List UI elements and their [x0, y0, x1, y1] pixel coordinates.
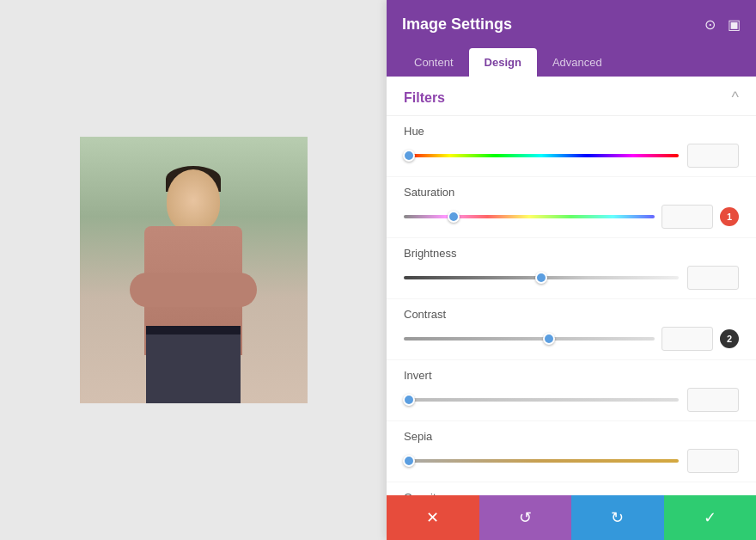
person-head: [167, 169, 220, 231]
filter-row-brightness: Brightness 100%: [387, 238, 756, 299]
reset-icon: ↺: [519, 508, 532, 527]
sepia-value[interactable]: 0%: [687, 449, 739, 473]
saturation-value[interactable]: 40%: [662, 205, 713, 229]
hue-thumb[interactable]: [403, 150, 415, 162]
sepia-track: [404, 459, 679, 463]
person-belt: [146, 326, 241, 334]
layout-icon[interactable]: ▣: [728, 16, 741, 33]
saturation-badge: 1: [720, 207, 739, 226]
filter-row-sepia: Sepia 0%: [387, 421, 756, 482]
panel-content: Filters ^ Hue 0deg Saturation: [387, 77, 756, 495]
brightness-slider-container[interactable]: [404, 269, 679, 286]
invert-control: 0%: [404, 388, 739, 412]
filter-row-hue: Hue 0deg: [387, 116, 756, 177]
brightness-value[interactable]: 100%: [687, 266, 739, 290]
filters-title: Filters: [404, 90, 445, 106]
filter-row-invert: Invert 0%: [387, 360, 756, 421]
invert-label: Invert: [404, 369, 739, 382]
hue-value[interactable]: 0deg: [687, 144, 739, 168]
saturation-slider-container[interactable]: [404, 208, 655, 225]
filters-section: Filters ^ Hue 0deg Saturation: [387, 77, 756, 495]
brightness-control: 100%: [404, 266, 739, 290]
sepia-label: Sepia: [404, 430, 739, 443]
hue-label: Hue: [404, 125, 739, 138]
reset-button[interactable]: ↺: [479, 495, 572, 540]
contrast-label: Contrast: [404, 308, 739, 321]
tab-advanced[interactable]: Advanced: [537, 48, 618, 77]
hue-slider-container[interactable]: [404, 147, 679, 164]
contrast-thumb[interactable]: [543, 333, 555, 345]
saturation-label: Saturation: [404, 186, 739, 199]
redo-button[interactable]: ↻: [571, 495, 664, 540]
sepia-control: 0%: [404, 449, 739, 473]
invert-slider-container[interactable]: [404, 391, 679, 408]
section-header: Filters ^: [387, 77, 756, 116]
confirm-button[interactable]: ✓: [664, 495, 757, 540]
hue-control: 0deg: [404, 144, 739, 168]
settings-icon[interactable]: ⊙: [704, 16, 716, 33]
saturation-control: 40% 1: [404, 205, 739, 229]
settings-panel: Image Settings ⊙ ▣ Content Design Advanc…: [387, 0, 756, 540]
tabs-bar: Content Design Advanced: [387, 48, 756, 77]
saturation-track: [404, 215, 655, 218]
filter-row-contrast: Contrast 126% 2: [387, 299, 756, 360]
person-arms: [130, 273, 257, 307]
panel-title: Image Settings: [402, 15, 512, 34]
sepia-thumb[interactable]: [403, 455, 415, 467]
invert-value[interactable]: 0%: [687, 388, 739, 412]
contrast-track: [404, 337, 655, 341]
confirm-icon: ✓: [704, 508, 716, 527]
person-pants: [146, 334, 241, 403]
cancel-icon: ✕: [426, 508, 439, 527]
brightness-track: [404, 276, 679, 279]
collapse-icon[interactable]: ^: [732, 89, 739, 107]
contrast-slider-container[interactable]: [404, 330, 655, 347]
hue-track: [404, 154, 679, 157]
filter-row-opacity: Opacity 100%: [387, 482, 756, 495]
cancel-button[interactable]: ✕: [387, 495, 479, 540]
contrast-badge: 2: [720, 329, 739, 348]
bottom-toolbar: ✕ ↺ ↻ ✓: [387, 495, 756, 540]
brightness-thumb[interactable]: [535, 272, 547, 284]
tab-content[interactable]: Content: [399, 48, 469, 77]
contrast-control: 126% 2: [404, 327, 739, 351]
invert-track: [404, 398, 679, 402]
sepia-slider-container[interactable]: [404, 452, 679, 469]
photo-frame: [80, 137, 308, 403]
invert-thumb[interactable]: [403, 394, 415, 406]
brightness-label: Brightness: [404, 247, 739, 260]
filter-row-saturation: Saturation 40% 1: [387, 177, 756, 238]
header-icons: ⊙ ▣: [704, 16, 741, 33]
photo-area: [0, 0, 387, 540]
tab-design[interactable]: Design: [469, 48, 537, 77]
panel-header: Image Settings ⊙ ▣: [387, 0, 756, 48]
saturation-thumb[interactable]: [448, 211, 460, 223]
redo-icon: ↻: [611, 508, 624, 527]
contrast-value[interactable]: 126%: [662, 327, 713, 351]
